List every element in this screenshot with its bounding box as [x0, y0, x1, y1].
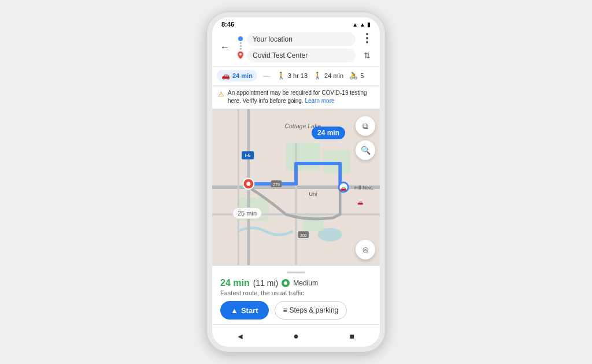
warning-icon: ⚠	[218, 90, 224, 99]
fields-col: Your location Covid Test Center	[247, 32, 356, 62]
learn-more-link[interactable]: Learn more	[305, 98, 334, 104]
transit-icon: 🚶	[313, 72, 322, 80]
svg-text:Hill-Nov...: Hill-Nov...	[354, 185, 375, 191]
connector-dot-3	[240, 48, 242, 50]
fields-connector	[236, 32, 245, 62]
signal-icon: ▲	[360, 21, 365, 28]
connector-dot-2	[240, 45, 242, 47]
transport-walk2[interactable]: 🚶 24 min	[313, 72, 343, 80]
svg-text:🚗: 🚗	[357, 199, 364, 206]
alt-route-badge: 25 min	[232, 207, 262, 219]
wifi-icon: ▲	[352, 21, 358, 28]
warning-bar: ⚠ An appointment may be required for COV…	[212, 86, 380, 109]
car-icon: 🚗	[221, 72, 230, 80]
transport-bar: 🚗 24 min — 🚶 3 hr 13 🚶 24 min 🚴 5	[212, 66, 380, 86]
status-bar: 8:46 ▲ ▲ ▮	[212, 17, 380, 29]
search-fields-wrapper: Your location Covid Test Center	[236, 32, 356, 62]
sheet-handle	[287, 272, 305, 273]
android-back-icon: ◄	[236, 332, 244, 341]
svg-rect-3	[286, 143, 320, 170]
origin-text: Your location	[253, 35, 350, 43]
svg-point-19	[246, 182, 250, 186]
phone-screen: 8:46 ▲ ▲ ▮ ←	[212, 17, 380, 347]
menu-dot-1	[366, 33, 368, 35]
transit-time: 24 min	[324, 72, 343, 79]
destination-text: Covid Test Center	[253, 51, 350, 60]
svg-text:I-5: I-5	[245, 153, 251, 158]
action-buttons: ▲ Start ≡ Steps & parking	[220, 301, 372, 320]
transport-walk[interactable]: 🚶 3 hr 13	[277, 72, 308, 80]
time-display: 8:46	[221, 21, 234, 28]
bottom-sheet: 24 min (11 mi) Medium Fastest route, the…	[212, 265, 380, 324]
locate-icon: ◎	[362, 246, 368, 254]
map-area[interactable]: I-5 279 202 🚗 Cottage Lake Uni Hill-Nov.…	[212, 109, 380, 265]
start-label: Start	[241, 306, 258, 315]
transport-bike[interactable]: 🚴 5	[349, 72, 364, 80]
search-map-button[interactable]: 🔍	[356, 140, 375, 160]
locate-button[interactable]: ◎	[356, 240, 375, 259]
android-recents-icon: ■	[349, 332, 354, 341]
transport-separator: —	[263, 71, 271, 80]
route-description: Fastest route, the usual traffic	[220, 289, 372, 296]
menu-button[interactable]	[360, 31, 374, 45]
back-button[interactable]: ←	[217, 39, 233, 55]
layers-button[interactable]: ⧉	[356, 116, 375, 136]
map-svg: I-5 279 202 🚗 Cottage Lake Uni Hill-Nov.…	[212, 109, 380, 265]
svg-rect-6	[303, 214, 323, 231]
route-distance: (11 mi)	[253, 278, 279, 288]
navigation-icon: ▲	[231, 306, 238, 315]
destination-pin-icon	[238, 51, 243, 58]
traffic-inner	[284, 281, 287, 285]
route-time-green: 24 min	[220, 278, 250, 288]
warning-text-container: An appointment may be required for COVID…	[228, 89, 374, 105]
search-icon: 🔍	[361, 146, 371, 155]
route-info-row: 24 min (11 mi) Medium	[220, 278, 372, 288]
origin-field[interactable]: Your location	[247, 32, 356, 46]
swap-button[interactable]: ⇅	[359, 47, 375, 64]
route-time-badge: 24 min	[312, 127, 345, 139]
svg-text:Uni: Uni	[309, 191, 317, 197]
walk-time: 3 hr 13	[288, 72, 308, 79]
connector-dot-1	[240, 42, 242, 44]
traffic-indicator	[282, 279, 290, 287]
layers-icon: ⧉	[362, 121, 368, 131]
walk-icon: 🚶	[277, 72, 286, 80]
nav-header: ← Your locati	[212, 29, 380, 66]
android-nav-bar: ◄ ● ■	[212, 324, 380, 347]
svg-text:🚗: 🚗	[340, 185, 347, 192]
warning-message: An appointment may be required for COVID…	[228, 90, 367, 104]
status-icons: ▲ ▲ ▮	[352, 21, 371, 28]
traffic-label: Medium	[293, 279, 318, 287]
origin-dot	[238, 36, 243, 41]
android-home-button[interactable]: ●	[289, 329, 303, 343]
steps-button[interactable]: ≡ Steps & parking	[275, 301, 347, 320]
bike-icon: 🚴	[349, 72, 358, 80]
back-icon: ←	[220, 42, 230, 53]
car-time: 24 min	[232, 72, 253, 79]
menu-dot-2	[366, 37, 368, 39]
steps-icon: ≡	[283, 306, 287, 314]
svg-point-0	[239, 53, 242, 55]
battery-icon: ▮	[367, 21, 371, 28]
transport-car[interactable]: 🚗 24 min	[217, 70, 257, 81]
phone-outer: 8:46 ▲ ▲ ▮ ←	[206, 12, 386, 352]
android-back-button[interactable]: ◄	[233, 329, 247, 343]
android-recents-button[interactable]: ■	[345, 329, 359, 343]
svg-text:279: 279	[273, 183, 280, 187]
menu-dot-3	[366, 41, 368, 43]
android-home-icon: ●	[293, 331, 299, 341]
bike-time: 5	[360, 72, 364, 79]
swap-icon: ⇅	[364, 51, 371, 60]
destination-field[interactable]: Covid Test Center	[247, 49, 356, 62]
svg-text:202: 202	[300, 233, 307, 237]
steps-label: Steps & parking	[290, 306, 339, 314]
start-button[interactable]: ▲ Start	[220, 301, 269, 320]
